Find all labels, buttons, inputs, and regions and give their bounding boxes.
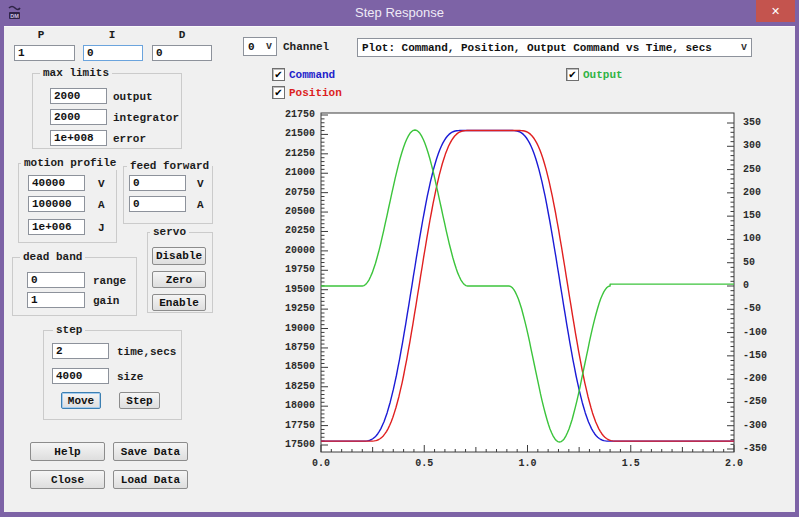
servo-title: servo [150,226,189,239]
max-output-input[interactable] [50,88,107,104]
title-bar[interactable]: DM Step Response ✕ [0,0,799,26]
position-checkbox[interactable]: ✔ [272,86,285,99]
plot-type-value: Plot: Command, Position, Output Command … [362,42,712,54]
step-button[interactable]: Step [119,392,160,409]
servo-enable-button[interactable]: Enable [152,294,206,311]
d-label: D [162,29,202,42]
servo-zero-button[interactable]: Zero [152,271,206,288]
max-output-label: output [113,91,153,104]
window-title: Step Response [0,5,799,20]
acceleration-input[interactable] [28,196,85,212]
dead-band-title: dead band [20,251,85,264]
i-input[interactable] [83,45,143,61]
feed-forward-title: feed forward [127,160,212,173]
output-checkbox[interactable]: ✔ [566,68,579,81]
help-button[interactable]: Help [30,442,105,461]
ff-acceleration-input[interactable] [129,196,186,212]
move-button[interactable]: Move [61,392,101,409]
motion-profile-title: motion profile [21,157,119,170]
dead-band-range-input[interactable] [27,272,85,288]
velocity-input[interactable] [28,175,85,191]
dead-band-range-label: range [93,275,126,288]
plot-type-select[interactable]: Plot: Command, Position, Output Command … [357,38,752,57]
save-data-button[interactable]: Save Data [113,442,188,461]
step-response-window: DM Step Response ✕ P I D 0 v Channel Plo… [0,0,799,517]
check-icon: ✔ [274,69,282,80]
output-checkbox-label: Output [583,69,623,82]
command-checkbox[interactable]: ✔ [272,68,285,81]
jerk-unit-label: J [98,222,105,235]
step-size-label: size [117,371,143,384]
channel-value: 0 [248,41,255,53]
servo-disable-button[interactable]: Disable [152,247,206,265]
position-checkbox-label: Position [289,87,342,100]
chevron-down-icon: v [741,42,747,53]
chevron-down-icon: v [266,41,272,52]
i-label: I [92,29,132,42]
acceleration-unit-label: A [98,199,105,212]
p-input[interactable] [14,45,75,61]
load-data-button[interactable]: Load Data [113,470,188,489]
max-limits-title: max limits [40,67,112,80]
p-label: P [21,29,61,42]
max-integrator-input[interactable] [50,109,107,125]
max-error-input[interactable] [50,130,107,146]
close-button[interactable]: Close [30,470,105,489]
velocity-unit-label: V [98,178,105,191]
dead-band-gain-input[interactable] [27,292,85,308]
d-input[interactable] [152,45,212,61]
dead-band-gain-label: gain [93,295,119,308]
step-time-input[interactable] [52,343,109,359]
max-integrator-label: integrator [113,112,179,125]
command-checkbox-label: Command [289,69,335,82]
check-icon: ✔ [274,87,282,98]
close-icon: ✕ [771,5,780,18]
channel-label: Channel [283,41,329,54]
channel-select[interactable]: 0 v [243,37,277,56]
max-error-label: error [113,133,146,146]
ff-velocity-unit-label: V [197,178,204,191]
step-size-input[interactable] [52,368,109,384]
jerk-input[interactable] [28,219,85,235]
close-window-button[interactable]: ✕ [756,0,795,22]
check-icon: ✔ [568,69,576,80]
step-title: step [53,324,85,337]
ff-velocity-input[interactable] [129,175,186,191]
step-time-label: time,secs [117,346,176,359]
ff-acceleration-unit-label: A [197,199,204,212]
